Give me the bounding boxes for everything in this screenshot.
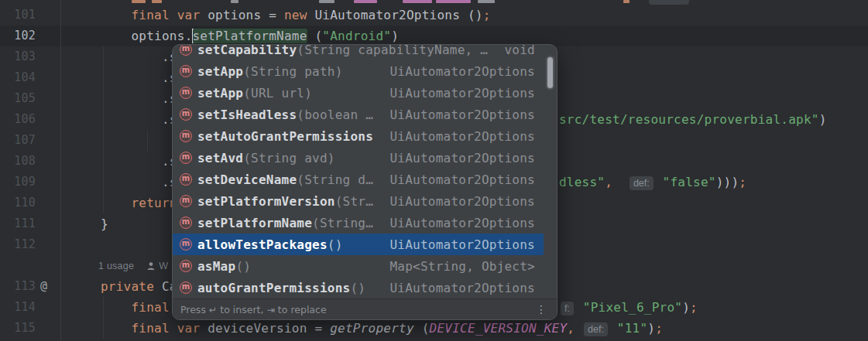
code-token-id <box>575 300 583 315</box>
code-line[interactable]: final var deviceVersion = getProperty (D… <box>132 318 664 339</box>
code-line[interactable]: final var options = new UiAutomator2Opti… <box>132 5 491 26</box>
completion-item-name: setAutoGrantPermissions <box>197 129 373 144</box>
usages-hint[interactable]: 1 usage <box>98 261 134 271</box>
completion-item[interactable]: msetAutoGrantPermissionsUiAutomator2Opti… <box>173 125 557 147</box>
code-token-kw: new <box>284 8 315 22</box>
code-token-id: options <box>132 29 185 43</box>
completion-item[interactable]: msetDeviceName(String d…UiAutomator2Opti… <box>173 169 557 190</box>
code-token-match: setPlatformName <box>193 29 307 43</box>
code-token-semi: ; <box>690 300 698 315</box>
method-icon: m <box>180 65 192 77</box>
code-token-id <box>612 175 628 189</box>
code-token-semi: ; <box>655 321 663 336</box>
method-icon: m <box>180 173 192 186</box>
code-line[interactable]: final <box>132 297 170 318</box>
code-line-continuation[interactable]: dless", def: "false"))); <box>559 172 746 193</box>
completion-item[interactable]: masMap()Map<String, Object> <box>173 255 557 277</box>
line-number[interactable]: 108 <box>0 151 36 172</box>
completion-item[interactable]: msetAvd(String avd)UiAutomator2Options <box>173 147 557 169</box>
line-number[interactable]: 114 <box>0 297 36 318</box>
code-token-str: "11" <box>617 321 648 336</box>
completion-item-name: setPlatformName <box>197 216 312 230</box>
completion-item-type: UiAutomator2Options <box>380 216 535 230</box>
completion-popup: msetCapability(String capabilityName, …v… <box>172 44 558 320</box>
code-token-semi: , <box>605 175 612 189</box>
line-number[interactable]: 109 <box>0 172 36 193</box>
line-number[interactable]: 104 <box>0 67 36 88</box>
line-number[interactable]: 112 <box>0 234 36 255</box>
completion-item[interactable]: msetPlatformName(String…UiAutomator2Opti… <box>173 212 557 234</box>
method-icon: m <box>180 195 192 207</box>
line-number[interactable]: 103 <box>0 46 36 67</box>
code-token-kw: return <box>132 196 177 210</box>
completion-item-params: () <box>350 281 365 295</box>
completion-item-name: setIsHeadless <box>197 107 297 122</box>
completion-item[interactable]: msetApp(String path)UiAutomator2Options <box>173 60 557 82</box>
completion-item-params: () <box>328 237 343 252</box>
completion-footer: Press ↵ to insert, ⇥ to replace ⋮ <box>173 298 557 319</box>
completion-item[interactable]: msetCapability(String capabilityName, …v… <box>173 45 557 60</box>
popup-scrollbar-thumb[interactable] <box>546 56 554 90</box>
code-token-id: deviceVersion <box>208 321 314 336</box>
completion-item-params: (String path) <box>243 64 342 79</box>
completion-list: msetCapability(String capabilityName, …v… <box>173 45 557 298</box>
completion-item[interactable]: mallowTestPackages()UiAutomator2Options <box>173 234 557 255</box>
completion-item-type: Map<String, Object> <box>380 259 535 274</box>
line-number[interactable]: 115 <box>0 318 36 339</box>
completion-item-type: UiAutomator2Options <box>380 86 535 101</box>
code-token-semi: ; <box>739 175 746 189</box>
completion-item-type: void <box>496 45 536 57</box>
code-token-str: "false" <box>663 175 716 189</box>
code-token-p: () <box>468 8 483 22</box>
code-token-id: UiAutomator2Options <box>314 8 467 22</box>
code-line[interactable]: private Ca <box>101 276 177 297</box>
line-number[interactable]: 101 <box>0 5 36 26</box>
completion-item-params: (Str… <box>335 194 373 209</box>
code-vision-inlay: 1 usage W <box>98 255 168 276</box>
completion-item-name: setCapability <box>197 45 297 57</box>
code-token-kw: private <box>101 279 162 294</box>
code-line-continuation[interactable]: f: "Pixel_6_Pro"); <box>559 297 698 318</box>
line-number[interactable]: 102 <box>0 26 36 46</box>
completion-item-type: UiAutomator2Options <box>380 172 535 187</box>
code-line[interactable]: } <box>101 213 108 234</box>
code-token-semi: , <box>567 321 575 336</box>
completion-item[interactable]: msetApp(URL url)UiAutomator2Options <box>173 82 557 104</box>
completion-item[interactable]: msetPlatformVersion(Str…UiAutomator2Opti… <box>173 190 557 212</box>
code-token-str: dless" <box>559 175 605 189</box>
code-token-p: ( <box>422 321 430 336</box>
line-number[interactable]: 107 <box>0 130 36 151</box>
completion-item-type: UiAutomator2Options <box>380 237 535 252</box>
code-token-kw: var <box>177 8 208 22</box>
completion-item-params: (String capabilityName, … <box>297 45 488 57</box>
line-number[interactable]: 106 <box>0 109 36 130</box>
code-token-p: ) <box>647 321 655 336</box>
current-line-highlight <box>0 26 868 46</box>
line-number[interactable]: 113 <box>0 276 36 297</box>
method-icon: m <box>180 45 192 56</box>
completion-item-name: setPlatformVersion <box>197 194 335 209</box>
line-number[interactable]: 105 <box>0 88 36 109</box>
code-token-kw: final <box>132 300 170 315</box>
code-token-p: ) <box>682 300 690 315</box>
footer-hint: Press ↵ to insert, ⇥ to replace <box>180 304 327 315</box>
code-token-p: ) <box>819 112 827 127</box>
gutter-border <box>60 0 61 341</box>
code-token-static: getProperty <box>330 321 421 336</box>
method-icon: m <box>180 238 192 251</box>
completion-item-params: (String… <box>312 216 373 230</box>
code-token-kw: var <box>177 321 208 336</box>
line-number[interactable]: 111 <box>0 213 36 234</box>
author-hint[interactable]: W <box>159 261 168 271</box>
annotation-marker: @ <box>40 276 47 297</box>
code-line[interactable]: return <box>132 193 177 213</box>
more-options-button[interactable]: ⋮ <box>533 303 549 315</box>
gutter: @ 10110210310410510610710810911011111211… <box>0 0 60 341</box>
completion-item-type: UiAutomator2Options <box>380 129 535 144</box>
completion-item-name: asMap <box>197 259 235 274</box>
code-line-continuation[interactable]: src/test/resources/proverbial.apk") <box>559 109 827 130</box>
line-number[interactable]: 110 <box>0 193 36 213</box>
code-line[interactable]: options.setPlatformName ("Android") <box>132 26 400 46</box>
completion-item[interactable]: mautoGrantPermissions()UiAutomator2Optio… <box>173 277 557 298</box>
completion-item[interactable]: msetIsHeadless(boolean …UiAutomator2Opti… <box>173 104 557 125</box>
